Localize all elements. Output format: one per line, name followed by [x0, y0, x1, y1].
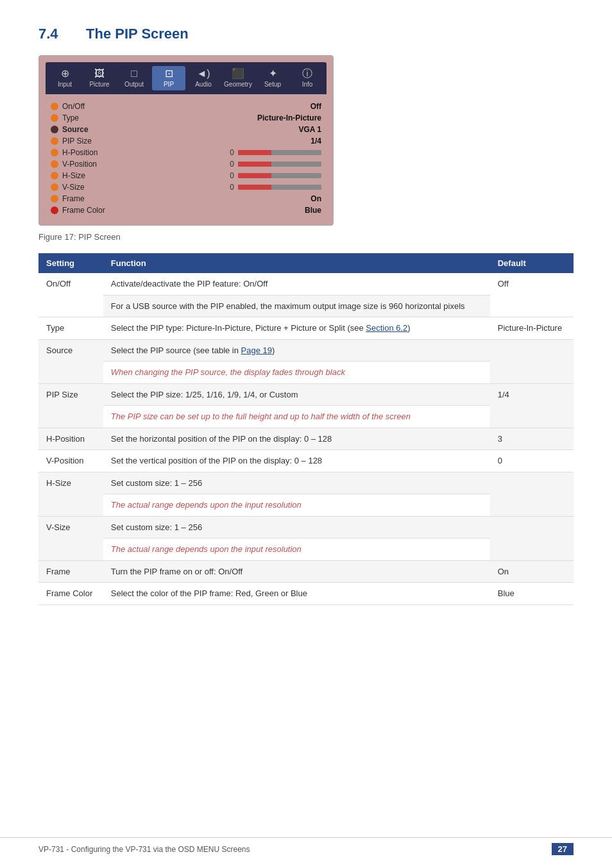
osd-row-frame-color: Frame ColorBlue [51, 204, 321, 216]
osd-menu-info[interactable]: ⓘInfo [291, 66, 324, 90]
function-cell-3-0: Select the PIP size: 1/25, 1/16, 1/9, 1/… [103, 383, 490, 406]
setting-cell-8: Frame [38, 560, 103, 583]
setting-cell-1: Type [38, 317, 103, 340]
osd-row-num-5: 0 [221, 160, 234, 169]
setting-cell-3: PIP Size [38, 383, 103, 428]
osd-row-pip-size: PIP Size1/4 [51, 135, 321, 147]
osd-menu-bar: ⊕Input🖼Picture□Output⊡PIP◄)Audio⬛Geometr… [46, 62, 327, 94]
osd-row-h-size: H-Size0 [51, 170, 321, 181]
osd-row-num-7: 0 [221, 183, 234, 192]
osd-menu-label-pip: PIP [164, 81, 174, 88]
col-function: Function [103, 253, 490, 273]
osd-row-value-3: 1/4 [257, 137, 321, 146]
page-number: 27 [552, 843, 574, 855]
osd-row-label-9: Frame Color [62, 206, 257, 215]
col-setting: Setting [38, 253, 103, 273]
osd-row-label-3: PIP Size [62, 137, 257, 146]
osd-row-num-6: 0 [221, 171, 234, 180]
figure-caption: Figure 17: PIP Screen [38, 232, 574, 242]
default-cell-0: Off [490, 273, 574, 317]
table-row: On/OffActivate/deactivate the PIP featur… [38, 273, 574, 295]
function-cell-5-0: Set the vertical position of the PIP on … [103, 450, 490, 472]
osd-menu-setup[interactable]: ✦Setup [256, 66, 289, 90]
osd-menu-label-picture: Picture [89, 81, 109, 88]
function-cell-7-0: Set custom size: 1 – 256 [103, 516, 490, 538]
osd-bullet-6 [51, 172, 58, 179]
osd-menu-icon-audio: ◄) [196, 69, 210, 79]
osd-menu-label-setup: Setup [264, 81, 281, 88]
osd-bullet-1 [51, 114, 58, 122]
function-cell-3-1: The PIP size can be set up to the full h… [103, 406, 490, 428]
function-cell-6-0: Set custom size: 1 – 256 [103, 472, 490, 494]
osd-row-value-0: Off [257, 102, 321, 111]
osd-row-frame: FrameOn [51, 193, 321, 204]
settings-table: Setting Function Default On/OffActivate/… [38, 253, 574, 605]
function-cell-9-0: Select the color of the PIP frame: Red, … [103, 583, 490, 605]
table-row: PIP SizeSelect the PIP size: 1/25, 1/16,… [38, 383, 574, 406]
link-section-6.2[interactable]: Section 6.2 [366, 323, 407, 333]
osd-row-label-4: H-Position [62, 148, 221, 157]
osd-menu-icon-info: ⓘ [302, 69, 312, 79]
osd-menu-icon-setup: ✦ [269, 69, 277, 79]
osd-row-type: TypePicture-In-Picture [51, 112, 321, 124]
osd-menu-label-geometry: Geometry [224, 81, 252, 88]
osd-row-v-position: V-Position0 [51, 158, 321, 170]
default-cell-6 [490, 472, 574, 516]
osd-rows: On/OffOffTypePicture-In-PictureSourceVGA… [46, 98, 327, 219]
osd-menu-pip[interactable]: ⊡PIP [152, 66, 185, 90]
setting-cell-6: H-Size [38, 472, 103, 516]
col-default: Default [490, 253, 574, 273]
default-cell-7 [490, 516, 574, 560]
default-cell-2 [490, 339, 574, 383]
osd-row-label-7: V-Size [62, 183, 221, 192]
osd-row-label-8: Frame [62, 194, 257, 203]
setting-cell-0: On/Off [38, 273, 103, 317]
osd-row-value-9: Blue [257, 206, 321, 215]
osd-row-num-4: 0 [221, 148, 234, 157]
section-header: 7.4 The PIP Screen [38, 26, 574, 42]
table-row: H-SizeSet custom size: 1 – 256 [38, 472, 574, 494]
osd-row-h-position: H-Position0 [51, 147, 321, 158]
function-cell-7-1: The actual range depends upon the input … [103, 538, 490, 561]
setting-cell-4: H-Position [38, 428, 103, 450]
default-cell-9: Blue [490, 583, 574, 605]
osd-menu-label-audio: Audio [195, 81, 212, 88]
osd-bullet-2 [51, 126, 58, 133]
osd-menu-geometry[interactable]: ⬛Geometry [221, 66, 255, 90]
osd-row-label-6: H-Size [62, 171, 221, 180]
osd-menu-input[interactable]: ⊕Input [48, 66, 81, 90]
osd-bar-4 [238, 150, 321, 155]
osd-screen: ⊕Input🖼Picture□Output⊡PIP◄)Audio⬛Geometr… [38, 55, 334, 226]
table-header: Setting Function Default [38, 253, 574, 273]
osd-menu-picture[interactable]: 🖼Picture [83, 66, 116, 90]
osd-bar-7 [238, 185, 321, 190]
function-cell-4-0: Set the horizontal position of the PIP o… [103, 428, 490, 450]
osd-row-value-2: VGA 1 [257, 125, 321, 134]
section-title: The PIP Screen [86, 26, 189, 42]
osd-bar-6 [238, 173, 321, 178]
osd-bullet-5 [51, 160, 58, 168]
osd-menu-icon-geometry: ⬛ [232, 69, 244, 79]
osd-bullet-9 [51, 206, 58, 214]
osd-row-v-size: V-Size0 [51, 181, 321, 193]
osd-row-label-2: Source [62, 125, 257, 134]
function-cell-2-1: When changing the PIP source, the displa… [103, 362, 490, 384]
setting-cell-2: Source [38, 339, 103, 383]
function-cell-8-0: Turn the PIP frame on or off: On/Off [103, 560, 490, 583]
table-body: On/OffActivate/deactivate the PIP featur… [38, 273, 574, 605]
table-row: Frame ColorSelect the color of the PIP f… [38, 583, 574, 605]
osd-bullet-3 [51, 137, 58, 145]
table-row: V-SizeSet custom size: 1 – 256 [38, 516, 574, 538]
setting-cell-9: Frame Color [38, 583, 103, 605]
osd-menu-audio[interactable]: ◄)Audio [187, 66, 220, 90]
osd-menu-icon-pip: ⊡ [165, 69, 173, 79]
osd-bullet-4 [51, 149, 58, 156]
link-page-19[interactable]: Page 19 [241, 346, 272, 355]
osd-menu-icon-picture: 🖼 [94, 69, 105, 79]
section-number: 7.4 [38, 26, 71, 42]
footer-text: VP-731 - Configuring the VP-731 via the … [38, 845, 250, 854]
osd-row-label-1: Type [62, 113, 257, 122]
osd-row-source: SourceVGA 1 [51, 124, 321, 135]
osd-menu-output[interactable]: □Output [117, 66, 151, 90]
osd-row-on/off: On/OffOff [51, 101, 321, 112]
